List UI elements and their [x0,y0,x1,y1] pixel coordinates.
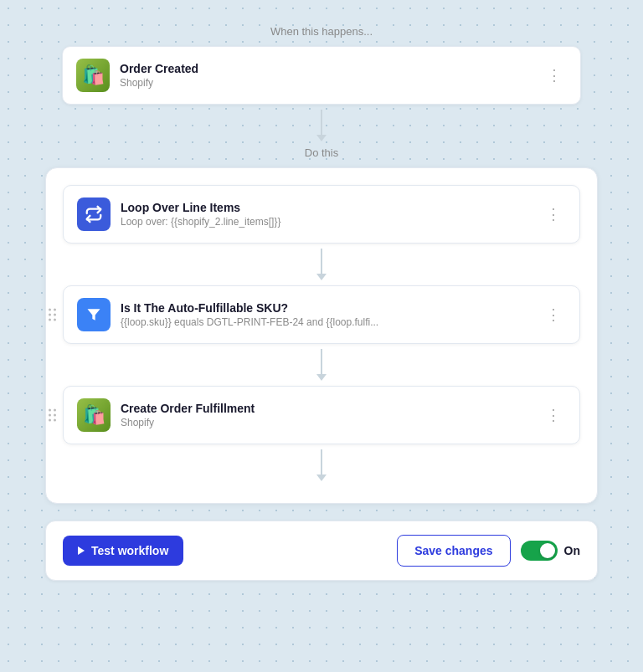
trigger-menu-button[interactable]: ⋮ [542,63,567,88]
connector-line-4 [321,449,322,475]
connector-line-2 [321,249,322,274]
toggle-container: On [521,541,580,561]
fulfillment-title: Create Order Fulfillment [121,402,541,415]
trigger-card: 🛍️ Order Created Shopify ⋮ [62,46,581,105]
loop-subtitle: Loop over: {{shopify_2.line_items[]}} [121,216,541,228]
connector-arrow-1 [316,135,327,141]
fulfillment-card: 🛍️ Create Order Fulfillment Shopify ⋮ [63,386,580,444]
filter-drag-handle[interactable] [49,309,56,321]
connector-arrow-4 [316,475,327,481]
loop-title: Loop Over Line Items [121,201,541,214]
save-changes-button[interactable]: Save changes [397,535,510,567]
fulfillment-card-content: Create Order Fulfillment Shopify [121,402,541,428]
connector-1 [316,105,327,146]
filter-menu-button[interactable]: ⋮ [541,302,566,327]
loop-card: Loop Over Line Items Loop over: {{shopif… [63,185,580,244]
filter-card-content: Is It The Auto-Fulfillable SKU? {{loop.s… [121,301,541,328]
test-workflow-label: Test workflow [91,544,168,557]
play-icon [78,546,85,555]
connector-line-1 [321,110,322,135]
loop-menu-button[interactable]: ⋮ [541,202,566,227]
connector-2 [316,244,327,285]
bottom-bar: Test workflow Save changes On [45,521,598,581]
fulfillment-shopify-icon: 🛍️ [77,398,111,432]
connector-3 [316,344,327,386]
connector-line-3 [321,349,322,374]
on-off-toggle[interactable] [521,541,558,561]
do-this-label: Do this [305,146,338,159]
test-workflow-button[interactable]: Test workflow [63,536,183,566]
fulfillment-drag-handle[interactable] [49,409,56,422]
connector-arrow-3 [316,374,327,381]
loop-icon [77,197,111,231]
toggle-slider [521,541,558,561]
right-controls: Save changes On [397,535,580,567]
trigger-card-content: Order Created Shopify [120,62,542,89]
filter-subtitle: {{loop.sku}} equals DGTL-PRINT-FEB-24 an… [121,316,541,328]
trigger-title: Order Created [120,62,542,75]
connector-4 [316,444,327,486]
connector-arrow-2 [316,274,327,280]
trigger-subtitle: Shopify [120,77,542,89]
fulfillment-menu-button[interactable]: ⋮ [541,403,566,428]
fulfillment-subtitle: Shopify [121,417,541,428]
trigger-label: When this happens... [270,25,373,38]
filter-title: Is It The Auto-Fulfillable SKU? [121,301,541,315]
save-changes-label: Save changes [414,544,492,557]
loop-card-content: Loop Over Line Items Loop over: {{shopif… [121,201,541,228]
filter-icon [77,298,111,331]
shopify-trigger-icon: 🛍️ [76,59,110,92]
toggle-label: On [564,544,580,557]
filter-card: Is It The Auto-Fulfillable SKU? {{loop.s… [63,285,580,344]
group-box: Loop Over Line Items Loop over: {{shopif… [45,167,598,504]
canvas: When this happens... 🛍️ Order Created Sh… [0,0,643,672]
